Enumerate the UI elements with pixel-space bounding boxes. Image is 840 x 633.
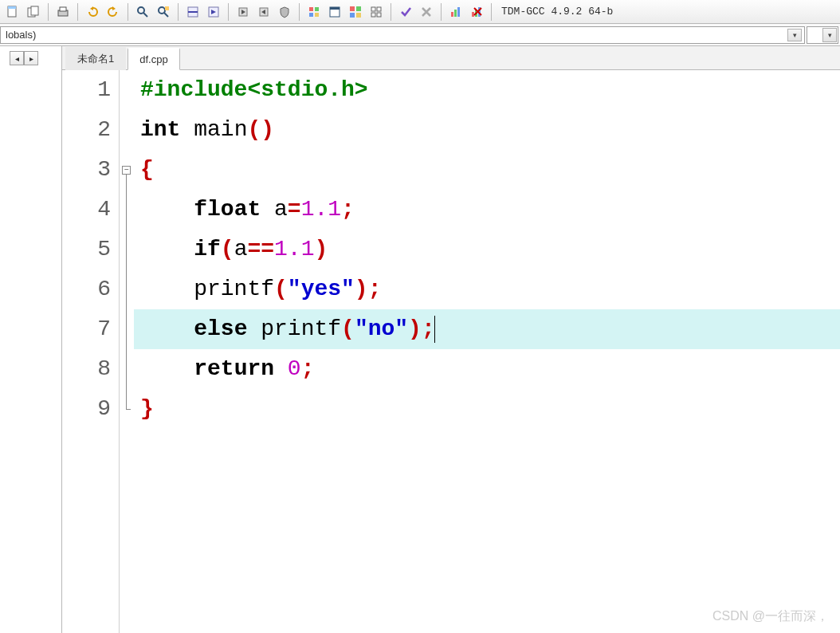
fold-column: −: [120, 70, 134, 633]
line-number: 5: [62, 230, 111, 269]
goto-back-icon[interactable]: [254, 2, 273, 22]
code-line[interactable]: float a=1.1;: [134, 190, 840, 230]
line-number: 4: [62, 190, 111, 230]
globals-text: lobals): [6, 29, 36, 41]
close-icon[interactable]: [417, 2, 436, 22]
code-editor[interactable]: 123456789 − #include<stdio.h>int main(){…: [62, 70, 840, 633]
grid4-icon[interactable]: [304, 2, 324, 22]
bookmark-toggle-icon[interactable]: [183, 2, 202, 22]
check-icon[interactable]: [396, 2, 415, 22]
code-line[interactable]: int main(): [134, 110, 840, 150]
svg-rect-32: [457, 7, 460, 17]
svg-line-9: [164, 13, 168, 17]
code-line[interactable]: {: [134, 150, 840, 190]
line-number: 6: [62, 269, 111, 309]
line-number: 7: [62, 309, 111, 349]
windows-icon[interactable]: [346, 2, 365, 22]
code-line[interactable]: if(a==1.1): [134, 230, 840, 269]
code-line[interactable]: printf("yes");: [134, 269, 840, 309]
svg-rect-29: [377, 13, 381, 17]
tab-df.cpp[interactable]: df.cpp: [128, 48, 179, 70]
svg-line-7: [143, 13, 147, 17]
print-icon[interactable]: [53, 2, 73, 22]
svg-rect-16: [309, 7, 313, 11]
svg-rect-5: [60, 7, 66, 11]
text-caret: [434, 316, 435, 343]
line-number: 9: [62, 389, 111, 429]
editor-column: 未命名1df.cpp 123456789 − #include<stdio.h>…: [62, 46, 840, 633]
svg-rect-31: [454, 10, 457, 17]
code-line[interactable]: else printf("no");: [134, 309, 840, 349]
svg-rect-24: [350, 13, 355, 18]
new-file-icon[interactable]: [3, 2, 22, 22]
svg-rect-26: [371, 7, 375, 11]
shield-icon[interactable]: [275, 2, 294, 22]
goto-icon[interactable]: [234, 2, 253, 22]
svg-rect-1: [8, 6, 16, 9]
tab-未命名1[interactable]: 未命名1: [65, 47, 126, 70]
svg-rect-28: [371, 13, 375, 17]
delete-chart-icon[interactable]: [467, 2, 486, 22]
svg-rect-30: [451, 12, 453, 17]
secondary-dropdown[interactable]: ▾: [807, 26, 838, 44]
line-number: 2: [62, 110, 111, 150]
svg-rect-25: [356, 13, 361, 18]
svg-rect-18: [309, 13, 313, 17]
main-area: ◂ ▸ 未命名1df.cpp 123456789 − #include<stdi…: [0, 46, 840, 633]
compiler-label: TDM-GCC 4.9.2 64-b: [501, 6, 613, 18]
nav-prev-icon[interactable]: ◂: [10, 51, 24, 65]
code-area[interactable]: #include<stdio.h>int main(){ float a=1.1…: [134, 70, 840, 633]
undo-icon[interactable]: [83, 2, 102, 22]
globals-dropdown[interactable]: lobals) ▾: [0, 26, 805, 44]
copy-icon[interactable]: [24, 2, 43, 22]
chevron-down-icon[interactable]: ▾: [787, 29, 802, 41]
chevron-down-icon[interactable]: ▾: [822, 28, 837, 42]
svg-rect-27: [377, 7, 381, 11]
svg-rect-33: [472, 12, 474, 17]
svg-rect-21: [330, 7, 340, 10]
watermark: CSDN @一往而深，: [712, 608, 829, 625]
left-panel: ◂ ▸: [0, 46, 62, 633]
replace-icon[interactable]: [154, 2, 173, 22]
svg-rect-22: [350, 6, 355, 11]
line-number: 8: [62, 349, 111, 389]
svg-rect-17: [315, 7, 319, 11]
svg-rect-12: [188, 11, 198, 13]
code-line[interactable]: #include<stdio.h>: [134, 70, 840, 110]
svg-rect-23: [356, 6, 361, 11]
svg-rect-10: [165, 6, 169, 10]
find-icon[interactable]: [133, 2, 152, 22]
svg-point-8: [159, 7, 165, 14]
tab-bar: 未命名1df.cpp: [62, 46, 840, 70]
redo-icon[interactable]: [104, 2, 123, 22]
tile-icon[interactable]: [367, 2, 386, 22]
svg-rect-3: [31, 6, 38, 15]
chart-icon[interactable]: [446, 2, 465, 22]
svg-rect-19: [315, 13, 319, 17]
code-line[interactable]: }: [134, 389, 840, 429]
svg-point-6: [138, 7, 144, 14]
line-number: 3: [62, 150, 111, 190]
globals-bar: lobals) ▾ ▾: [0, 24, 840, 46]
bookmark-next-icon[interactable]: [204, 2, 223, 22]
window-icon[interactable]: [325, 2, 344, 22]
line-number: 1: [62, 70, 111, 110]
main-toolbar: TDM-GCC 4.9.2 64-b: [0, 0, 840, 24]
fold-toggle-icon[interactable]: −: [122, 166, 131, 175]
nav-next-icon[interactable]: ▸: [24, 51, 38, 65]
code-line[interactable]: return 0;: [134, 349, 840, 389]
line-number-gutter: 123456789: [62, 70, 120, 633]
